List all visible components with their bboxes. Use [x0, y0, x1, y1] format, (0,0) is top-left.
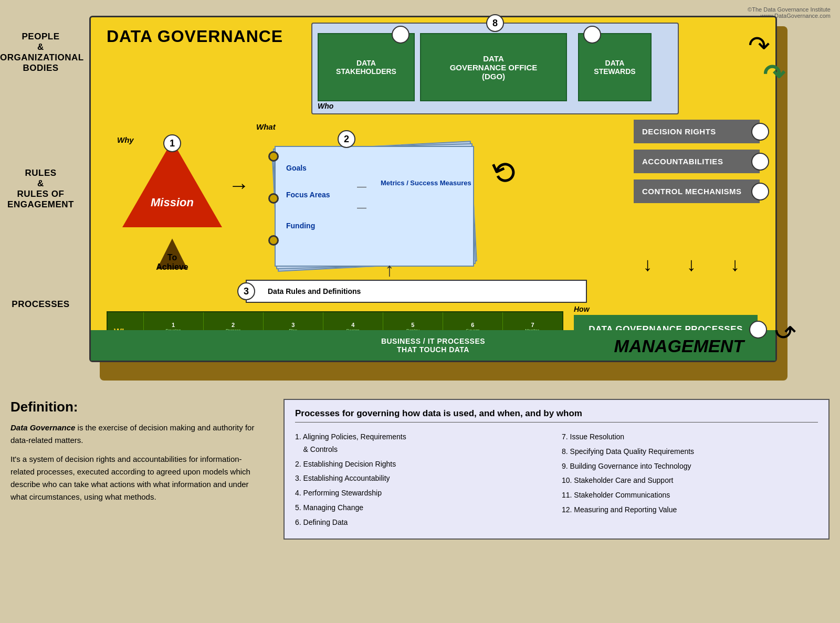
- control-mechanisms-box: Control Mechanisms 6: [634, 179, 760, 203]
- dash-2: —: [357, 202, 366, 213]
- how-label: How: [574, 305, 758, 313]
- circle-6: 6: [751, 183, 769, 200]
- curved-arrow-bottom: ↷: [774, 314, 796, 345]
- down-arrow-1: ↓: [643, 254, 653, 276]
- processes-label: Processes: [0, 299, 81, 310]
- process-item-7: 7. Issue Resolution: [562, 430, 818, 445]
- process-item-12: 12. Measuring and Reporting Value: [562, 503, 818, 518]
- what-section: 2 Goals Focus Areas Funding Metrics / Su…: [254, 130, 516, 272]
- circle-4: 4: [751, 123, 769, 141]
- down-arrow-3: ↓: [730, 254, 740, 276]
- processes-title: Processes for governing how data is used…: [295, 408, 818, 423]
- process-item-9: 9. Building Governance into Technology: [562, 459, 818, 474]
- circle-9: 9: [583, 26, 601, 44]
- management-label: Management: [614, 336, 744, 356]
- book-right-content: Metrics / Success Measures: [381, 160, 471, 188]
- right-boxes-section: Decision Rights 4 Accountabilities 5 Con…: [634, 120, 760, 203]
- definition-title: Definition:: [10, 399, 262, 415]
- definition-p2: It's a system of decision rights and acc…: [10, 453, 262, 503]
- data-rules-box: 3 Data Rules and Definitions: [246, 280, 587, 303]
- ring-2: [268, 193, 279, 204]
- down-arrows-section: ↓ ↓ ↓: [626, 254, 757, 276]
- processes-box: Processes for governing how data is used…: [284, 399, 830, 540]
- book-left-content: Goals Focus Areas Funding: [286, 160, 330, 234]
- down-arrow-2: ↓: [687, 254, 696, 276]
- processes-col-right: 7. Issue Resolution 8. Specifying Data Q…: [562, 430, 818, 530]
- ring-3: [268, 235, 279, 246]
- data-stakeholders-box: 7 DataStakeholders: [318, 33, 415, 101]
- biz-it-text: Business / IT ProcessesThat Touch Data: [381, 337, 485, 354]
- who-label: Who: [318, 102, 333, 110]
- copyright-line1: ©The Data Governance Institute: [748, 6, 831, 13]
- process-item-3: 3. Establishing Accountability: [295, 471, 551, 486]
- process-item-11: 11. Stakeholder Communications: [562, 488, 818, 503]
- dgo-box: DataGovernance Office(DGO): [420, 33, 567, 101]
- data-stewards-box: 9 DataStewards: [578, 33, 652, 101]
- mission-area: ▲ 1 Mission ToAchieve: [107, 120, 238, 277]
- processes-cols: 1. Aligning Policies, Requirements & Con…: [295, 430, 818, 530]
- process-item-2: 2. Establishing Decision Rights: [295, 457, 551, 472]
- processes-list-left: 1. Aligning Policies, Requirements & Con…: [295, 430, 551, 530]
- circle-1: 1: [163, 134, 181, 152]
- processes-col-left: 1. Aligning Policies, Requirements & Con…: [295, 430, 551, 530]
- circle-8: 8: [486, 14, 504, 32]
- arrow-right-mission: →: [228, 174, 249, 197]
- circle-10: 10: [749, 321, 767, 339]
- bottom-section: Definition: Data Governance is the exerc…: [10, 399, 830, 540]
- definition-box: Definition: Data Governance is the exerc…: [10, 399, 262, 540]
- decision-rights-box: Decision Rights 4: [634, 120, 760, 143]
- red-triangle: [122, 141, 222, 227]
- process-item-10: 10. Stakeholder Care and Support: [562, 473, 818, 488]
- process-item-6: 6. Defining Data: [295, 515, 551, 530]
- processes-list-right: 7. Issue Resolution 8. Specifying Data Q…: [562, 430, 818, 518]
- yellow-main-area: Data Governance 8 7 DataStakeholders Dat…: [89, 16, 777, 362]
- circle-5: 5: [751, 153, 769, 171]
- process-item-5: 5. Managing Change: [295, 501, 551, 515]
- up-arrow-rules: ↑: [385, 259, 394, 281]
- definition-p1: Data Governance is the exercise of decis…: [10, 421, 262, 447]
- book-page-1: Goals Focus Areas Funding Metrics / Succ…: [275, 146, 474, 267]
- stewards-label: DataStewards: [594, 59, 635, 76]
- process-item-1: 1. Aligning Policies, Requirements & Con…: [295, 430, 551, 457]
- definition-text: Data Governance is the exercise of decis…: [10, 421, 262, 503]
- process-item-4: 4. Performing Stewardship: [295, 486, 551, 501]
- accountabilities-box: Accountabilities 5: [634, 150, 760, 173]
- binding-rings: [268, 151, 279, 261]
- stakeholders-label: DataStakeholders: [336, 59, 396, 76]
- mission-text: Mission: [130, 196, 214, 209]
- dash-1: —: [357, 181, 366, 192]
- rules-label: Rules & Rules of Engagement: [0, 168, 81, 210]
- circle-2: 2: [338, 130, 355, 148]
- process-item-8: 8. Specifying Data Quality Requirements: [562, 445, 818, 459]
- ring-1: [268, 151, 279, 162]
- dgo-label: DataGovernance Office(DGO): [450, 54, 538, 81]
- who-section: 8 7 DataStakeholders DataGovernance Offi…: [311, 23, 679, 114]
- circle-7: 7: [392, 26, 410, 44]
- circle-3: 3: [237, 282, 255, 300]
- dg-title: Data Governance: [107, 27, 283, 46]
- diagram-wrapper: Data Governance 8 7 DataStakeholders Dat…: [89, 16, 793, 383]
- curved-arrow-right: ↷: [748, 30, 770, 61]
- to-achieve-label: ToAchieve: [156, 253, 188, 272]
- people-label: People & Organizational Bodies: [0, 31, 81, 73]
- green-down-arrow: ↷: [763, 59, 785, 90]
